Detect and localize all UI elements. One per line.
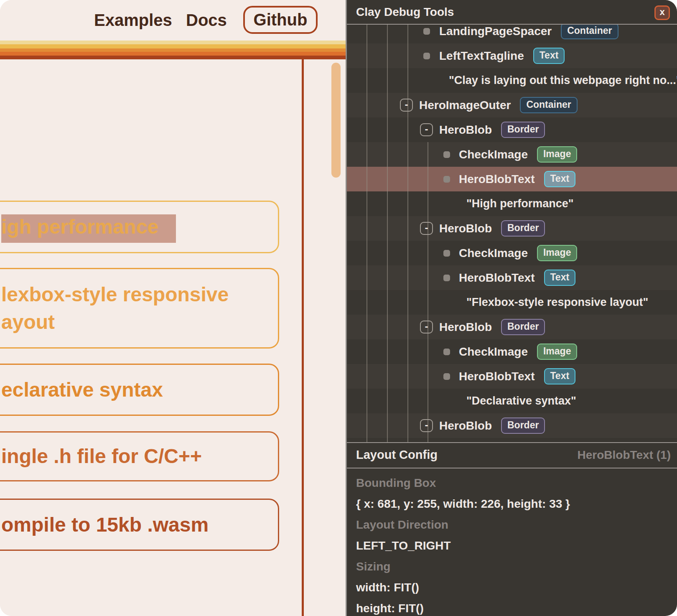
tree-row[interactable]: - HeroBlobBorder <box>347 315 677 339</box>
bullet-icon <box>443 176 450 183</box>
element-type-badge: Text <box>544 171 576 187</box>
tree-row[interactable]: - HeroBlobBorder <box>347 413 677 438</box>
tree-row[interactable]: HeroBlobTextText <box>347 167 677 191</box>
element-name: LandingPageSpacer <box>439 25 552 38</box>
tree-row[interactable]: HeroBlobTextText <box>347 265 677 290</box>
bullet-icon <box>443 250 450 257</box>
element-type-badge: Text <box>544 270 576 286</box>
feature-box: ingle .h file for C/C++ <box>0 431 279 481</box>
tree-text-row[interactable]: "High performance" <box>347 191 677 216</box>
bullet-icon <box>443 151 450 158</box>
feature-text: ingle .h file for C/C++ <box>1 443 202 470</box>
tree-text-row[interactable]: "Declarative syntax" <box>347 389 677 413</box>
tree-config-separator <box>347 442 677 443</box>
tree-row[interactable]: CheckImageImage <box>347 339 677 364</box>
collapse-expander-icon[interactable]: - <box>420 419 433 432</box>
tree-text-row[interactable]: "Clay is laying out this webpage right n… <box>347 68 677 93</box>
config-value: width: FIT() <box>347 577 677 598</box>
vertical-divider <box>302 59 304 616</box>
tree-row[interactable]: HeroBlobTextText <box>347 364 677 389</box>
tree-row[interactable]: - HeroBlobBorder <box>347 117 677 142</box>
nav-link-examples[interactable]: Examples <box>94 0 172 41</box>
feature-text: igh performance <box>1 213 158 241</box>
text-content: "Flexbox-style responsive layout" <box>466 296 648 309</box>
nav-link-docs[interactable]: Docs <box>186 0 227 41</box>
element-name: LeftTextTagline <box>439 49 524 63</box>
element-type-badge: Text <box>533 48 565 64</box>
tree-row[interactable]: - HeroBlobBorder <box>347 216 677 241</box>
bullet-icon <box>423 53 430 59</box>
layout-config-body: Bounding Box { x: 681, y: 255, width: 22… <box>347 468 677 616</box>
collapse-expander-icon[interactable]: - <box>420 222 433 235</box>
config-label: Bounding Box <box>347 473 677 494</box>
element-name: CheckImage <box>459 148 528 161</box>
element-name: HeroBlob <box>439 419 492 433</box>
text-content: "Clay is laying out this webpage right n… <box>449 74 677 87</box>
element-type-badge: Border <box>501 220 545 237</box>
selected-element-label: HeroBlobText (1) <box>578 448 671 462</box>
debug-panel-header: Clay Debug Tools x <box>347 0 677 24</box>
element-type-badge: Image <box>537 146 577 163</box>
element-name: HeroBlobText <box>459 370 535 383</box>
text-content: "Declarative syntax" <box>466 395 576 407</box>
collapse-expander-icon[interactable]: - <box>400 99 413 112</box>
feature-box: lexbox-style responsive ayout <box>0 268 279 349</box>
layout-config-title: Layout Config <box>356 448 438 462</box>
element-type-badge: Container <box>520 97 577 113</box>
tree-row[interactable]: CheckImageImage <box>347 241 677 265</box>
page-scrollbar-thumb[interactable] <box>331 63 341 178</box>
layout-config-header: Layout Config HeroBlobText (1) <box>347 442 677 468</box>
bullet-icon <box>423 28 430 35</box>
close-icon[interactable]: x <box>654 5 670 20</box>
clay-debug-panel: Clay Debug Tools x LandingPageSpacerCont… <box>346 0 677 616</box>
config-value: height: FIT() <box>347 598 677 616</box>
tree-row[interactable]: - HeroImageOuterContainer <box>347 93 677 117</box>
feature-text: lexbox-style responsive ayout <box>1 281 244 336</box>
config-value: LEFT_TO_RIGHT <box>347 535 677 556</box>
element-name: HeroBlob <box>439 123 492 137</box>
feature-text: ompile to 15kb .wasm <box>1 511 209 539</box>
element-tree: LandingPageSpacerContainer LeftTextTagli… <box>347 25 677 442</box>
header-separator <box>347 24 677 25</box>
debug-panel-title: Clay Debug Tools <box>356 5 454 19</box>
feature-box: eclarative syntax <box>0 364 279 416</box>
tree-row[interactable]: CheckImageImage <box>347 142 677 167</box>
element-type-badge: Image <box>537 245 577 261</box>
element-type-badge: Border <box>501 122 545 138</box>
bullet-icon <box>443 349 450 355</box>
github-button[interactable]: Github <box>243 6 318 34</box>
collapse-expander-icon[interactable]: - <box>420 321 433 333</box>
config-label: Sizing <box>347 556 677 577</box>
config-separator <box>347 468 677 468</box>
collapse-expander-icon[interactable]: - <box>420 123 433 136</box>
text-content: "High performance" <box>466 197 574 210</box>
element-name: CheckImage <box>459 247 528 260</box>
element-type-badge: Border <box>501 417 545 434</box>
tree-text-row[interactable]: "Flexbox-style responsive layout" <box>347 290 677 315</box>
feature-box: igh performance <box>0 201 279 253</box>
element-type-badge: Text <box>544 368 576 384</box>
element-type-badge: Image <box>537 344 577 360</box>
config-label: Layout Direction <box>347 514 677 535</box>
element-name: HeroBlobText <box>459 271 535 285</box>
bullet-icon <box>443 275 450 281</box>
feature-text: eclarative syntax <box>1 376 163 404</box>
screen: Examples Docs Github igh performance lex… <box>0 0 677 616</box>
element-name: HeroBlobText <box>459 173 535 186</box>
element-name: HeroImageOuter <box>419 99 511 112</box>
config-value: { x: 681, y: 255, width: 226, height: 33… <box>347 494 677 514</box>
bullet-icon <box>443 373 450 380</box>
tree-row[interactable]: LandingPageSpacerContainer <box>347 25 677 43</box>
element-name: CheckImage <box>459 345 528 359</box>
feature-box: ompile to 15kb .wasm <box>0 499 279 551</box>
element-name: HeroBlob <box>439 222 492 235</box>
tree-row[interactable]: LeftTextTaglineText <box>347 43 677 68</box>
element-type-badge: Container <box>561 25 618 39</box>
element-name: HeroBlob <box>439 321 492 334</box>
element-type-badge: Border <box>501 319 545 335</box>
